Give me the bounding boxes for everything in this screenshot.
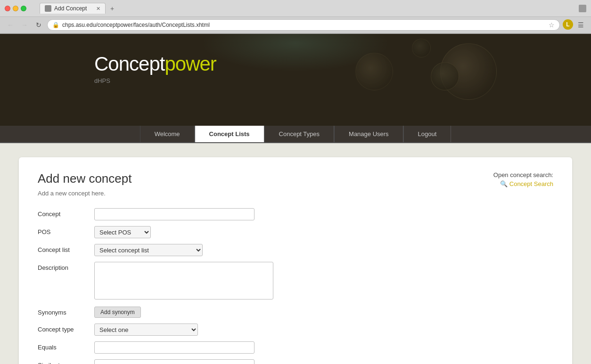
- nav-label-concept-types: Concept Types: [279, 130, 320, 138]
- tab-favicon: [45, 5, 51, 12]
- browser-tab[interactable]: Add Concept ✕: [40, 3, 106, 14]
- nav-item-logout[interactable]: Logout: [403, 126, 451, 142]
- main-content: Add new concept Add a new concept here. …: [0, 143, 591, 364]
- bookmark-icon[interactable]: ☆: [549, 21, 555, 29]
- concept-type-row: Concept type Select one: [38, 324, 553, 336]
- concept-search-panel: Open concept search: 🔍 Concept Search: [493, 171, 553, 187]
- toolbar-right: L ☰: [563, 19, 586, 31]
- synonyms-row: Synonyms Add synonym: [38, 307, 553, 318]
- browser-titlebar: Add Concept ✕ +: [0, 0, 591, 17]
- fullscreen-icon: [579, 5, 586, 12]
- concept-type-field: Select one: [94, 324, 553, 336]
- similar-to-row: Similar to: [38, 359, 553, 364]
- logo-power: power: [164, 53, 216, 75]
- url-input[interactable]: [62, 22, 546, 28]
- lock-icon: 🔒: [52, 22, 59, 28]
- form-card: Add new concept Add a new concept here. …: [19, 157, 572, 364]
- search-icon: 🔍: [500, 180, 508, 187]
- synonyms-field: Add synonym: [94, 307, 553, 318]
- nav-label-manage-users: Manage Users: [349, 130, 389, 138]
- similar-to-input[interactable]: [94, 359, 254, 364]
- concept-label: Concept: [38, 208, 90, 218]
- equals-label: Equals: [38, 341, 90, 351]
- header-content: Conceptpower dHPS: [0, 34, 591, 84]
- pos-label: POS: [38, 226, 90, 235]
- concept-list-field: Select concept list: [94, 244, 553, 256]
- tab-title: Add Concept: [54, 5, 87, 12]
- synonyms-label: Synonyms: [38, 307, 90, 316]
- refresh-button[interactable]: ↻: [33, 19, 44, 31]
- tab-close-button[interactable]: ✕: [96, 6, 100, 12]
- concept-search-label: Open concept search:: [493, 171, 553, 178]
- page-title: Add new concept: [38, 171, 553, 186]
- maximize-window-button[interactable]: [21, 6, 26, 11]
- nav-label-welcome: Welcome: [155, 130, 180, 138]
- pos-select[interactable]: Select POS Noun Verb Adjective Adverb: [94, 226, 151, 238]
- similar-to-label: Similar to: [38, 359, 90, 364]
- equals-field: [94, 341, 553, 354]
- menu-button[interactable]: ☰: [575, 19, 586, 31]
- browser-toolbar: ← → ↻ 🔒 ☆ L ☰: [0, 17, 591, 33]
- concept-type-select[interactable]: Select one: [94, 324, 198, 336]
- concept-search-link-text: Concept Search: [509, 180, 553, 187]
- description-label: Description: [38, 262, 90, 271]
- logo-concept: Concept: [94, 53, 164, 75]
- nav-label-concept-lists: Concept Lists: [209, 130, 250, 138]
- concept-list-row: Concept list Select concept list: [38, 244, 553, 256]
- page-subtitle: Add a new concept here.: [38, 190, 553, 197]
- description-textarea[interactable]: [94, 262, 273, 299]
- back-button[interactable]: ←: [5, 19, 16, 31]
- tab-bar: Add Concept ✕ +: [35, 3, 122, 14]
- nav-label-logout: Logout: [418, 130, 437, 138]
- equals-input[interactable]: [94, 341, 254, 354]
- similar-to-field: [94, 359, 553, 364]
- concept-row: Concept: [38, 208, 553, 220]
- site-tagline: dHPS: [94, 77, 591, 84]
- nav-item-concept-lists[interactable]: Concept Lists: [195, 125, 264, 142]
- pos-field: Select POS Noun Verb Adjective Adverb: [94, 226, 553, 238]
- user-profile-button[interactable]: L: [563, 19, 573, 30]
- new-tab-button[interactable]: +: [107, 4, 117, 13]
- window-controls: [5, 6, 26, 11]
- pos-row: POS Select POS Noun Verb Adjective Adver…: [38, 226, 553, 238]
- concept-input[interactable]: [94, 208, 254, 220]
- nav-item-welcome[interactable]: Welcome: [140, 126, 195, 142]
- site-logo: Conceptpower: [94, 53, 591, 75]
- description-field: [94, 262, 553, 301]
- address-bar[interactable]: 🔒 ☆: [47, 19, 560, 31]
- minimize-window-button[interactable]: [13, 6, 18, 11]
- concept-field: [94, 208, 553, 220]
- concept-search-link[interactable]: 🔍 Concept Search: [493, 180, 553, 187]
- concept-type-label: Concept type: [38, 324, 90, 333]
- site-header: Conceptpower dHPS: [0, 34, 591, 126]
- nav-item-concept-types[interactable]: Concept Types: [264, 126, 334, 142]
- concept-list-select[interactable]: Select concept list: [94, 244, 203, 256]
- description-row: Description: [38, 262, 553, 301]
- close-window-button[interactable]: [5, 6, 10, 11]
- nav-item-manage-users[interactable]: Manage Users: [334, 126, 403, 142]
- browser-chrome: Add Concept ✕ + ← → ↻ 🔒 ☆ L ☰: [0, 0, 591, 34]
- add-synonym-button[interactable]: Add synonym: [94, 307, 141, 318]
- equals-row: Equals: [38, 341, 553, 354]
- concept-list-label: Concept list: [38, 244, 90, 253]
- main-nav: Welcome Concept Lists Concept Types Mana…: [0, 126, 591, 143]
- forward-button[interactable]: →: [19, 19, 30, 31]
- add-concept-form: Concept POS Select POS Noun Verb Adjecti…: [38, 208, 553, 364]
